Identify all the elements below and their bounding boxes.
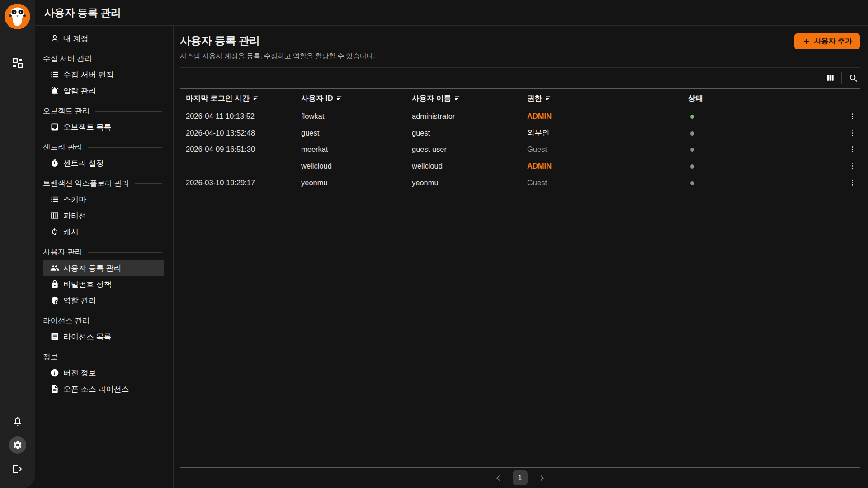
kebab-menu-icon[interactable] [844,126,860,140]
sidebar-item-partition[interactable]: 파티션 [43,207,164,224]
dashboard-grid-icon[interactable] [9,54,27,72]
columns-icon [50,211,59,220]
article-icon [50,332,59,341]
sidebar-section-object: 오브젝트 관리 [35,103,173,119]
sidebar-item-cache[interactable]: 캐시 [43,224,164,240]
shield-person-icon [50,296,59,305]
table-toolbar [180,68,860,88]
table-row: 2026-04-10 13:52:48 guest guest 외부인 [180,125,860,142]
cell-last-login: 2026-04-09 16:51:30 [180,145,301,154]
sidebar-item-role-management[interactable]: 역할 관리 [43,292,164,309]
cell-status [688,178,838,187]
add-user-button[interactable]: 사용자 추가 [794,33,860,49]
inbox-icon [50,122,59,131]
sidebar-item-label: 센트리 설정 [63,158,104,169]
cell-user-name: guest user [412,145,527,154]
cell-user-name: administrator [412,112,527,121]
sort-icon [545,95,552,102]
plus-icon [802,37,811,46]
info-icon [50,368,59,377]
pagination: 1 [180,467,860,488]
logout-icon[interactable] [9,460,27,478]
sort-icon [253,95,259,102]
sidebar-item-version-info[interactable]: 버전 정보 [43,365,164,381]
chevron-right-icon[interactable] [536,472,548,484]
cell-user-id: meerkat [301,145,412,154]
cell-role: ADMIN [527,162,688,170]
sidebar-item-label: 라이선스 목록 [63,332,112,342]
cell-user-name: yeonmu [412,178,527,187]
column-header-status: 상태 [688,94,838,103]
document-icon [50,385,59,394]
sidebar-item-label: 버전 정보 [63,368,96,378]
list-rows-icon [50,70,59,79]
kebab-menu-icon[interactable] [844,143,860,156]
cell-user-id: guest [301,129,412,137]
sidebar-item-label: 비밀번호 정책 [63,279,112,290]
sidebar-item-password-policy[interactable]: 비밀번호 정책 [43,276,164,292]
column-header-user-id[interactable]: 사용자 ID [301,94,412,103]
sidebar-item-label: 알람 관리 [63,86,96,96]
kebab-menu-icon[interactable] [844,110,860,123]
status-dot [690,164,694,169]
column-header-last-login[interactable]: 마지막 로그인 시간 [180,94,301,103]
table-row: 2026-04-11 10:13:52 flowkat administrato… [180,108,860,125]
people-icon [50,263,59,272]
column-header-role[interactable]: 권한 [527,94,688,103]
column-header-user-name[interactable]: 사용자 이름 [412,94,527,103]
sidebar-item-open-source-license[interactable]: 오픈 소스 라이선스 [43,381,164,397]
left-rail [0,0,35,488]
lock-icon [50,280,59,289]
sidebar-item-label: 수집 서버 편집 [63,70,113,80]
sidebar-item-label: 역할 관리 [63,296,96,306]
status-dot [690,131,694,136]
sidebar-item-my-account[interactable]: 내 계정 [43,30,164,47]
appbar-title: 사용자 등록 관리 [44,6,121,20]
cell-user-name: wellcloud [412,162,527,170]
cell-last-login: 2026-04-10 13:52:48 [180,129,301,137]
sidebar-item-collect-server-edit[interactable]: 수집 서버 편집 [43,66,164,83]
cell-role: 외부인 [527,128,688,138]
sidebar-item-license-list[interactable]: 라이선스 목록 [43,328,164,345]
page-subtitle: 시스템 사용자 계정을 등록, 수정하고 역할을 할당할 수 있습니다. [180,52,375,61]
page-number-button[interactable]: 1 [513,470,528,485]
sidebar-item-label: 오픈 소스 라이선스 [63,384,129,394]
sidebar-section-collect-server: 수집 서버 관리 [35,51,173,66]
sidebar-section-sentry: 센트리 관리 [35,140,173,155]
sidebar-section-license: 라이선스 관리 [35,313,173,328]
sidebar-item-schema[interactable]: 스키마 [43,191,164,207]
status-dot [690,181,694,185]
sync-icon [50,227,59,236]
settings-gear-icon[interactable] [9,436,26,454]
sidebar-item-sentry-settings[interactable]: 센트리 설정 [43,155,164,171]
kebab-menu-icon[interactable] [844,176,860,189]
kebab-menu-icon[interactable] [844,160,860,173]
cell-status [688,162,838,170]
sort-icon [454,95,461,102]
meerkat-mascot-logo[interactable] [5,4,30,29]
cell-role: ADMIN [527,112,688,121]
cell-role: Guest [527,145,688,154]
notifications-bell-icon[interactable] [9,412,27,430]
sidebar-item-label: 오브젝트 목록 [63,122,112,132]
sort-icon [336,95,343,102]
cell-status [688,129,838,137]
sidebar-item-label: 스키마 [63,194,86,205]
search-icon[interactable] [846,71,860,85]
table-row: 2026-03-10 19:29:17 yeonmu yeonmu Guest [180,174,860,191]
sidebar-item-alarm-management[interactable]: 알람 관리 [43,83,164,99]
sidebar-item-user-registration[interactable]: 사용자 등록 관리 [43,260,164,276]
cell-status [688,145,838,154]
sidebar-item-label: 파티션 [63,211,86,221]
cell-status [688,112,838,121]
sidebar-item-label: 내 계정 [63,33,89,44]
sidebar-item-object-list[interactable]: 오브젝트 목록 [43,119,164,135]
view-columns-icon[interactable] [823,71,837,85]
sidebar: 내 계정 수집 서버 관리 수집 서버 편집 [35,26,174,488]
cell-user-name: guest [412,129,527,137]
timer-icon [50,159,59,168]
person-icon [50,34,59,43]
chevron-left-icon[interactable] [492,472,505,484]
alarm-bell-icon [50,86,59,95]
table-header-row: 마지막 로그인 시간 사용자 ID 사용자 이름 권한 상태 [180,88,860,108]
